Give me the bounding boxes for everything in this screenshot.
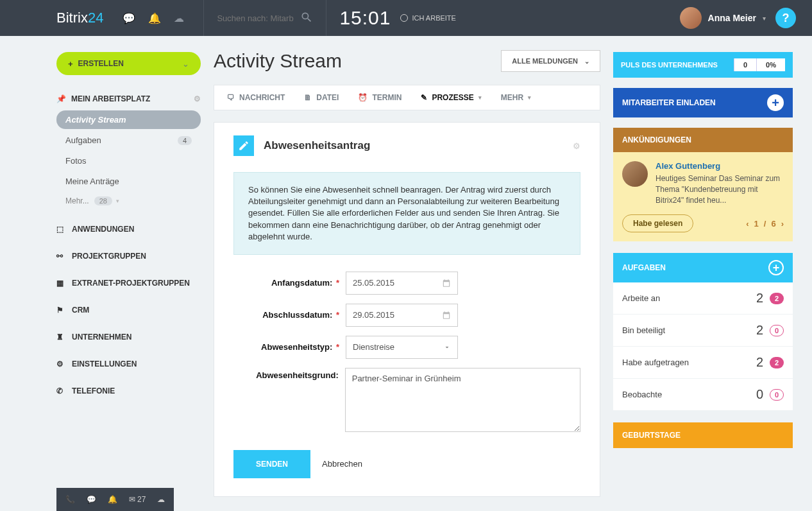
cancel-button[interactable]: Abbrechen [322,459,362,469]
tasks-widget: AUFGABEN + Arbeite an 2 2 Bin beteiligt … [613,253,793,411]
tabbar: 🗨NACHRICHT 🗎DATEI ⏰TERMIN ✎PROZESSE▾ MEH… [214,85,600,110]
announcement-author[interactable]: Alex Guttenberg [656,161,784,171]
label-end-date: Abschlussdatum: * [233,310,346,320]
chevron-down-icon: ⌄ [584,58,589,65]
flag-icon: ⚑ [56,306,65,315]
tab-datei[interactable]: 🗎DATEI [304,93,339,102]
search-icon[interactable] [300,11,313,26]
sidebar-item-label: Meine Anträge [65,177,119,186]
task-count: 2 [756,355,763,370]
cloud-icon[interactable]: ☁ [174,12,184,24]
mail-icon[interactable]: ✉27 [129,495,146,497]
sidebar-badge: 4 [178,136,192,145]
gear-icon[interactable]: ⚙ [194,94,201,103]
search-area [203,0,326,36]
announcements-header: ANKÜNDIGUNGEN [613,128,793,152]
next-icon[interactable]: › [781,219,784,229]
brand-accent: 24 [88,10,103,26]
pulse-count: 0 [734,58,756,71]
sidebar-item-aufgaben[interactable]: Aufgaben 4 [56,131,201,150]
nav-label: ANWENDUNGEN [72,225,134,234]
chevron-down-icon: ⌄ [182,59,189,69]
task-row-working[interactable]: Arbeite an 2 2 [613,282,793,315]
brand[interactable]: Bitrix24 [56,10,103,26]
pager-sep: / [764,219,766,229]
submit-button[interactable]: SENDEN [233,450,310,478]
tab-label: PROZESSE [432,93,473,102]
announcement-text: Heutiges Seminar Das Seminar zum Thema "… [656,173,784,205]
phone-icon[interactable]: 📞 [65,495,75,497]
chat-icon[interactable]: 💬 [123,12,135,24]
birthdays-header[interactable]: GEBURTSTAGE [613,422,793,448]
input-value: 29.05.2015 [353,310,394,320]
bell-icon[interactable]: 🔔 [108,495,117,497]
sidebar-item-activity-stream[interactable]: Activity Stream [56,110,201,129]
tab-prozesse[interactable]: ✎PROZESSE▾ [421,93,481,102]
tab-nachricht[interactable]: 🗨NACHRICHT [227,93,285,102]
add-task-button[interactable]: + [768,260,784,275]
bell-icon[interactable]: 🔔 [148,12,161,24]
input-type[interactable]: Dienstreise [346,336,458,359]
search-input[interactable] [217,13,294,23]
chat-icon[interactable]: 💬 [87,495,96,497]
input-end-date[interactable]: 29.05.2015 [346,304,458,327]
task-label: Habe aufgetragen [622,358,689,367]
avatar[interactable] [622,161,648,187]
pager-total: 6 [771,219,775,229]
nav-extranet[interactable]: ▦EXTRANET-PROJEKTGRUPPEN [56,270,201,297]
task-label: Beobachte [622,390,662,399]
castle-icon: ♜ [56,333,65,342]
pulse-widget[interactable]: PULS DES UNTERNEHMENS 0 0% [613,52,793,78]
sidebar-item-fotos[interactable]: Fotos [56,152,201,170]
task-count: 2 [756,291,763,306]
task-count: 0 [756,387,763,402]
input-value: 25.05.2015 [353,278,394,288]
plus-icon: + [68,59,73,69]
input-start-date[interactable]: 25.05.2015 [346,272,458,295]
work-status[interactable]: ICH ARBEITE [400,14,455,22]
sidebar-more[interactable]: Mehr... 28 ▾ [56,193,201,209]
nav-einstellungen[interactable]: ⚙EINSTELLUNGEN [56,351,201,377]
main-content: Activity Stream ALLE MELDUNGEN ⌄ 🗨NACHRI… [201,36,613,497]
nav-anwendungen[interactable]: ⬚ANWENDUNGEN [56,216,201,243]
task-row-watching[interactable]: Beobachte 0 0 [613,379,793,411]
gear-icon: ⚙ [56,359,65,368]
gear-icon[interactable]: ⚙ [573,141,580,151]
invite-label: MITARBEITER EINLADEN [622,98,716,107]
sidebar-item-antraege[interactable]: Meine Anträge [56,172,201,191]
task-label: Arbeite an [622,293,660,303]
user-name: Anna Meier [708,13,756,23]
help-button[interactable]: ? [775,8,796,28]
filter-button[interactable]: ALLE MELDUNGEN ⌄ [501,50,600,72]
cloud-icon[interactable]: ☁ [157,495,165,497]
create-button[interactable]: + ERSTELLEN ⌄ [56,52,201,75]
user-menu[interactable]: Anna Meier ▾ [680,7,766,29]
nav-unternehmen[interactable]: ♜UNTERNEHMEN [56,324,201,351]
tab-termin[interactable]: ⏰TERMIN [358,93,402,102]
sidebar-item-label: Fotos [65,156,87,166]
brand-main: Bitrix [56,10,88,26]
mark-read-button[interactable]: Habe gelesen [622,214,693,232]
task-row-involved[interactable]: Bin beteiligt 2 0 [613,315,793,347]
nav-crm[interactable]: ⚑CRM [56,297,201,324]
sidebar-item-label: Activity Stream [65,115,126,125]
task-pill: 0 [770,389,784,401]
input-reason[interactable] [345,368,580,432]
sidebar-heading-workspace[interactable]: 📌 MEIN ARBEITSPLATZ ⚙ [56,89,201,108]
sidebar-item-label: Aufgaben [65,135,101,145]
edit-icon: ✎ [421,93,427,102]
avatar [680,7,702,29]
mail-count: 27 [137,495,146,497]
alarm-icon: ⏰ [358,93,368,102]
tab-mehr[interactable]: MEHR▾ [501,93,531,102]
task-pill: 0 [770,325,784,336]
nav-telefonie[interactable]: ✆TELEFONIE [56,377,201,404]
page-title: Activity Stream [214,50,342,72]
nav-label: CRM [72,306,89,315]
prev-icon[interactable]: ‹ [746,219,749,229]
invite-button[interactable]: MITARBEITER EINLADEN + [613,88,793,117]
task-row-assigned[interactable]: Habe aufgetragen 2 2 [613,347,793,379]
tasks-title: AUFGABEN [622,263,666,272]
nav-projektgruppen[interactable]: ⚯PROJEKTGRUPPEN [56,243,201,270]
nav-label: UNTERNEHMEN [72,333,131,342]
